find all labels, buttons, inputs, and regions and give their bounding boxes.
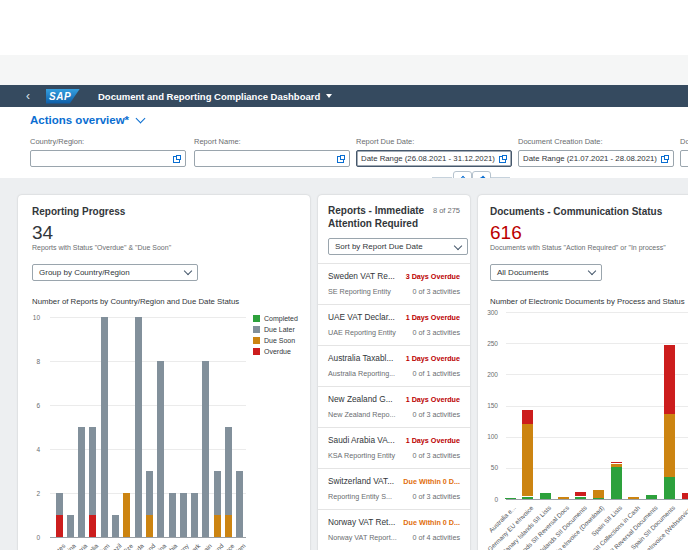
bar-segment-in-process[interactable]	[628, 497, 639, 499]
report-name: UAE VAT Declar...	[328, 312, 395, 322]
bar-segment-due-soon[interactable]	[123, 493, 130, 537]
bar-segment-action-required[interactable]	[611, 462, 622, 464]
activities-progress: 0 of 3 activities	[412, 492, 460, 501]
value-help-icon[interactable]	[337, 155, 345, 163]
bar-segment-completed[interactable]	[646, 495, 657, 499]
documents-status-panel: Documents - Communication Status 616 Doc…	[478, 195, 688, 550]
y-axis-tick: 6	[24, 402, 40, 409]
legend-item[interactable]: Due Soon	[253, 337, 298, 344]
report-list-item[interactable]: New Zealand G...1 Days OverdueNew Zealan…	[318, 387, 470, 428]
bar-segment-due-later[interactable]	[67, 515, 74, 537]
bar-segment-in-process[interactable]	[664, 414, 675, 478]
sap-logo-text: SAP	[49, 91, 71, 102]
title-dropdown-caret-icon[interactable]	[326, 94, 332, 98]
bar-segment-overdue[interactable]	[56, 515, 63, 537]
filter-label: Report Due Date:	[356, 137, 512, 146]
bar-segment-due-soon[interactable]	[225, 515, 232, 537]
x-axis-label: United Arab Emirates	[19, 542, 66, 550]
bar-segment-due-soon[interactable]	[146, 515, 153, 537]
bar-segment-action-required[interactable]	[682, 493, 688, 499]
report-list-item[interactable]: Switzerland VAT...Due Within 0 D...Repor…	[318, 469, 470, 510]
report-list-item[interactable]: Norway VAT Ret...Due Within 0 D...Norway…	[318, 510, 470, 550]
reporting-entity: New Zealand Repo...	[328, 410, 396, 419]
y-axis-tick: 200	[482, 371, 498, 378]
bar-segment-due-soon[interactable]	[214, 515, 221, 537]
bar-segment-completed[interactable]	[664, 477, 675, 499]
report-name: Australia Taxabl...	[328, 353, 393, 363]
bar-segment-completed[interactable]	[505, 498, 516, 499]
kpi-count[interactable]: 616	[490, 223, 688, 243]
y-axis-tick: 300	[482, 309, 498, 316]
bar-segment-in-process[interactable]	[522, 424, 533, 496]
bar-segment-due-later[interactable]	[169, 493, 176, 537]
report-list-item[interactable]: UAE VAT Declar...1 Days OverdueUAE Repor…	[318, 305, 470, 346]
bar-segment-in-process[interactable]	[611, 464, 622, 467]
filter-label: Document Creation Date:	[518, 137, 674, 146]
shellbar-title[interactable]: Document and Reporting Compliance Dashbo…	[98, 91, 320, 102]
report-name: New Zealand G...	[328, 394, 393, 404]
value-help-icon[interactable]	[173, 155, 181, 163]
kpi-count[interactable]: 34	[32, 223, 296, 243]
filter-field: Report Due Date:Date Range (26.08.2021 -…	[356, 137, 512, 167]
report-list-item[interactable]: Saudi Arabia VA...1 Days OverdueKSA Repo…	[318, 428, 470, 469]
report-list-item[interactable]: Sweden VAT Re...3 Days OverdueSE Reporti…	[318, 264, 470, 305]
x-axis-line	[50, 537, 246, 538]
activities-progress: 0 of 1 activities	[412, 369, 460, 378]
filter-input[interactable]	[194, 150, 350, 167]
sap-logo[interactable]: SAP	[46, 89, 80, 104]
value-help-icon[interactable]	[499, 155, 507, 163]
bar-segment-action-required[interactable]	[664, 345, 675, 414]
shellbar: ‹ SAP Document and Reporting Compliance …	[0, 85, 688, 107]
y-axis-tick: 0	[24, 534, 40, 541]
bar-segment-due-later[interactable]	[236, 471, 243, 537]
legend-item[interactable]: Completed	[253, 315, 298, 322]
filter-input[interactable]	[30, 150, 186, 167]
legend-item[interactable]: Overdue	[253, 348, 298, 355]
bar-segment-due-later[interactable]	[112, 515, 119, 537]
value-help-icon[interactable]	[661, 155, 669, 163]
browser-top-strip	[0, 55, 688, 85]
bar-segment-due-later[interactable]	[180, 493, 187, 537]
bar-segment-due-later[interactable]	[78, 427, 85, 537]
bar-segment-action-required[interactable]	[522, 410, 533, 424]
bar-segment-due-later[interactable]	[135, 317, 142, 537]
chart-legend: CompletedDue LaterDue SoonOverdue	[253, 315, 298, 359]
bar-segment-overdue[interactable]	[89, 515, 96, 537]
bar-segment-due-later[interactable]	[191, 493, 198, 537]
documents-by-process-chart: 050100150200250300Australia e...Germany …	[482, 303, 688, 550]
sort-by-value: Sort by Report Due Date	[335, 242, 423, 251]
back-icon[interactable]: ‹	[26, 85, 30, 107]
bar-segment-completed[interactable]	[522, 497, 533, 500]
bar-segment-due-later[interactable]	[225, 427, 232, 515]
bar-segment-completed[interactable]	[540, 493, 551, 499]
bar-segment-due-later[interactable]	[202, 361, 209, 537]
filter-bar: Actions overview* Country/Region:Report …	[0, 107, 688, 178]
report-list-item[interactable]: Australia Taxabl...1 Days OverdueAustral…	[318, 346, 470, 387]
filter-input[interactable]: Date Range (26.08.2021 - 31.12.2021)	[356, 150, 512, 167]
sort-by-select[interactable]: Sort by Report Due Date	[328, 238, 468, 255]
bar-segment-in-process[interactable]	[593, 490, 604, 498]
bar-segment-due-later[interactable]	[157, 361, 164, 537]
activities-progress: 0 of 3 activities	[412, 451, 460, 460]
bar-segment-due-later[interactable]	[56, 493, 63, 515]
gridline	[506, 437, 688, 438]
reporting-entity: SE Reporting Entity	[328, 287, 391, 296]
legend-label: Completed	[264, 315, 298, 322]
bar-segment-due-later[interactable]	[89, 427, 96, 515]
filter-input[interactable]	[680, 150, 688, 167]
page-title[interactable]: Actions overview*	[30, 114, 144, 126]
bar-segment-due-later[interactable]	[214, 471, 221, 515]
bar-segment-completed[interactable]	[611, 467, 622, 499]
filter-input[interactable]: Date Range (21.07.2021 - 28.08.2021)	[518, 150, 674, 167]
gridline	[50, 317, 246, 318]
bar-segment-due-later[interactable]	[146, 471, 153, 515]
bar-segment-completed[interactable]	[593, 498, 604, 499]
group-by-select[interactable]: Group by Country/Region	[32, 264, 198, 281]
bar-segment-due-later[interactable]	[101, 317, 108, 537]
panel-title: Reports - Immediate Attention Required	[328, 205, 438, 230]
bar-segment-completed[interactable]	[575, 497, 586, 500]
bar-segment-in-process[interactable]	[558, 497, 569, 499]
bar-segment-action-required[interactable]	[575, 492, 586, 496]
legend-item[interactable]: Due Later	[253, 326, 298, 333]
document-filter-select[interactable]: All Documents	[490, 264, 602, 281]
